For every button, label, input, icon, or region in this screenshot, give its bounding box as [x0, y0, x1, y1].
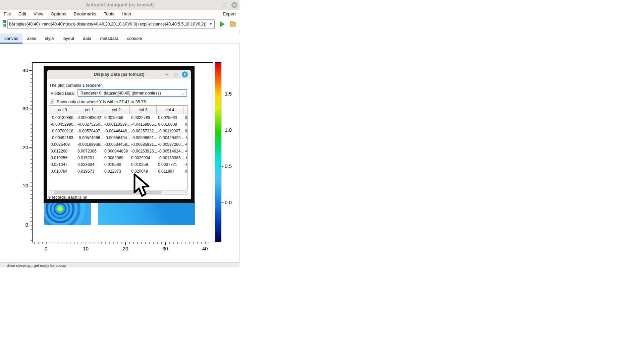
- table-cell: -0.00514624...: [157, 148, 183, 155]
- tab-metadata[interactable]: metadata: [96, 34, 122, 44]
- status-message: done sleeping... get ready for popup: [7, 263, 66, 267]
- x-axis-minor-ticks: [33, 242, 213, 244]
- heatmap-tile-ripples[interactable]: [44, 202, 91, 225]
- dialog-titlebar[interactable]: Display Data (as tomcat) – ▢ ✕: [47, 70, 191, 79]
- dialog-close-icon[interactable]: ✕: [182, 71, 188, 77]
- y-tick-mark: [29, 186, 32, 186]
- table-row[interactable]: 0.0025409-0.00168966...-0.00534458...-0.…: [49, 141, 187, 148]
- x-tick-mark: [46, 242, 46, 245]
- uri-input[interactable]: [9, 20, 208, 28]
- menu-tools[interactable]: Tools: [100, 10, 118, 16]
- column-header[interactable]: col 2: [103, 106, 130, 114]
- data-table[interactable]: col 0col 1col 2col 3col 4 -0.00132880...…: [49, 105, 187, 190]
- heatmap-tile-smooth[interactable]: [98, 202, 195, 225]
- window-title: Autoplot untagged (as tomcat): [0, 2, 239, 7]
- menu-bookmarks[interactable]: Bookmarks: [70, 10, 100, 16]
- table-row[interactable]: -0.00492163...-0.00574966...-0.00656494.…: [49, 134, 187, 141]
- y-tick-label: 40: [16, 67, 28, 73]
- scroll-left-icon[interactable]: ‹: [49, 191, 53, 194]
- menu-help[interactable]: Help: [118, 10, 135, 16]
- menu-file[interactable]: File: [0, 10, 15, 16]
- table-cell: 0.00: [183, 168, 187, 175]
- x-tick-mark: [205, 242, 205, 245]
- table-cell: 0.0015459: [103, 114, 130, 121]
- table-cell: 0.022373: [103, 168, 130, 175]
- table-row[interactable]: 0.0122680.00723860.000044839-0.00263926.…: [49, 148, 187, 155]
- table-cell: 0.0082369: [103, 155, 130, 161]
- colorbar-tick-mark: [222, 130, 223, 130]
- table-cell: 0.0029934: [130, 155, 157, 161]
- colorbar[interactable]: [215, 62, 221, 242]
- table-cell: -0.00685931...: [130, 141, 157, 148]
- column-header[interactable]: col 0: [49, 106, 76, 114]
- expert-mode-label[interactable]: Expert: [223, 11, 236, 16]
- menu-edit[interactable]: Edit: [15, 10, 30, 16]
- table-cell: -0.00168966...: [76, 141, 103, 148]
- horizontal-scrollbar[interactable]: ‹ ›: [49, 190, 187, 195]
- filter-checkbox[interactable]: ✔: [50, 100, 54, 104]
- dialog-maximize-icon[interactable]: ▢: [173, 71, 179, 77]
- column-header[interactable]: col 4: [157, 106, 183, 114]
- table-row[interactable]: -0.00700218...-0.00578497...-0.00446446.…: [49, 128, 187, 134]
- menu-bar: FileEditViewOptionsBookmarksToolsHelp Ex…: [0, 10, 239, 18]
- table-cell: -0.00446446...: [103, 128, 130, 134]
- filter-label: Show only data where Y is within 27.41 t…: [57, 100, 191, 104]
- table-cell: -0.00118539...: [103, 121, 130, 128]
- table-cell: 0.023634: [76, 161, 103, 168]
- green-square-icon: [3, 20, 6, 23]
- tab-data[interactable]: data: [78, 34, 96, 44]
- table-row[interactable]: 0.0192560.0152010.00823690.0029934-0.001…: [49, 155, 187, 161]
- y-tick-mark: [29, 70, 32, 71]
- uri-combobox[interactable]: ▼: [7, 19, 215, 29]
- chevron-down-icon: ⌄: [181, 91, 184, 96]
- window-close-icon[interactable]: ✕: [231, 2, 237, 8]
- window-maximize-icon[interactable]: ▢: [221, 2, 227, 8]
- menu-options[interactable]: Options: [47, 10, 70, 16]
- table-cell: 0.0025409: [49, 141, 76, 148]
- table-cell: -0.00587260...: [157, 141, 183, 148]
- scroll-right-icon[interactable]: ›: [183, 191, 187, 194]
- table-cell: -0.00656494...: [103, 134, 130, 141]
- x-tick-label: 20: [119, 246, 132, 251]
- plotted-data-combobox[interactable]: Renderer 0: dataset[40,40] (dimensionles…: [77, 89, 187, 97]
- menu-view[interactable]: View: [30, 10, 47, 16]
- plotted-data-label: Plotted Data:: [51, 91, 75, 96]
- table-cell: -0.00452980...: [49, 121, 76, 128]
- table-row[interactable]: 0.0107840.0195730.0223730.0200490.011997…: [49, 168, 187, 175]
- dialog-minimize-icon[interactable]: –: [164, 71, 170, 77]
- table-cell: 0.012268: [49, 148, 76, 155]
- data-source-type-icon[interactable]: [2, 19, 6, 28]
- play-icon: [220, 21, 225, 27]
- column-header[interactable]: col 3: [130, 106, 157, 114]
- y-tick-label: 30: [16, 106, 28, 111]
- table-cell: -0.00133386...: [157, 155, 183, 161]
- window-minimize-icon[interactable]: –: [211, 2, 217, 8]
- table-cell: -0.00700218...: [49, 128, 76, 134]
- autoplot-window: Autoplot untagged (as tomcat) – ▢ ✕ File…: [0, 0, 239, 267]
- table-cell: 0.0037721: [157, 161, 183, 168]
- table-cell: -0.00275250...: [76, 121, 103, 128]
- colorbar-tick-label: 0.0: [225, 199, 236, 205]
- column-header[interactable]: [183, 106, 187, 114]
- table-cell: 0.00: [183, 128, 187, 134]
- table-cell: -0.00598801...: [130, 134, 157, 141]
- y-tick-mark: [29, 109, 32, 109]
- tab-style[interactable]: style: [41, 34, 58, 44]
- table-row[interactable]: -0.00452980...-0.00275250...-0.00118539.…: [49, 121, 187, 128]
- table-cell: 0.0016608: [157, 121, 183, 128]
- tab-canvas[interactable]: canvas: [0, 34, 22, 44]
- tab-layout[interactable]: layout: [58, 34, 78, 44]
- column-header[interactable]: col 1: [76, 106, 103, 114]
- table-cell: 0.000044839: [103, 148, 130, 155]
- table-cell: -0.0: [183, 134, 187, 141]
- uri-dropdown-arrow-icon[interactable]: ▼: [209, 22, 214, 27]
- open-file-button[interactable]: [229, 20, 237, 28]
- table-row[interactable]: -0.00132880...0.0000836620.00154590.0022…: [49, 114, 187, 121]
- table-cell: -0.00263926...: [130, 148, 157, 155]
- colorbar-tick-mark: [222, 202, 223, 203]
- table-row[interactable]: 0.0210470.0236340.0195900.0102560.003772…: [49, 161, 187, 168]
- plot-go-button[interactable]: [218, 20, 227, 28]
- x-tick-label: 0: [39, 246, 53, 251]
- tab-axes[interactable]: axes: [22, 34, 40, 44]
- tab-console[interactable]: console: [123, 34, 147, 44]
